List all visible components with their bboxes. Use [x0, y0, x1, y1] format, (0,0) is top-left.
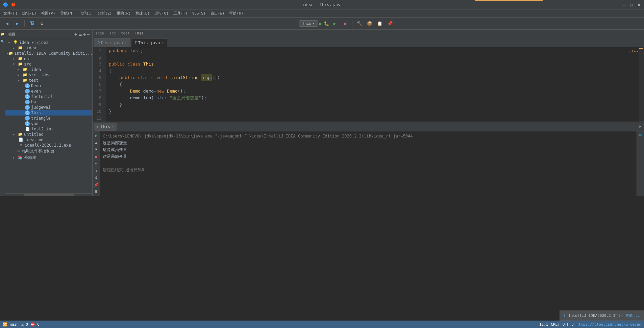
code-editor[interactable]: package test; public class This { — [106, 47, 644, 122]
console-output[interactable]: C:\Users\LENOVO\.jdks\openjdk-15\bin\jav… — [100, 131, 637, 196]
panel-settings-button[interactable]: ⚙ — [83, 32, 86, 37]
breadcrumb-this[interactable]: This — [135, 31, 144, 35]
breadcrumb-src[interactable]: src — [109, 31, 116, 35]
tree-item-src[interactable]: ▼ 📁 src — [5, 61, 92, 67]
activity-search[interactable]: 🔍 — [0, 39, 6, 45]
run-action-up[interactable]: ▲ — [93, 140, 99, 146]
tree-item-this[interactable]: C This — [5, 110, 92, 116]
editor-minimap[interactable] — [639, 47, 644, 122]
menu-build[interactable]: 构建(B) — [133, 10, 152, 17]
menu-code[interactable]: 代码(C) — [77, 10, 95, 17]
tree-item-src-idea2[interactable]: ▶ 📁 src..idea — [5, 72, 92, 78]
minimize-button[interactable]: — — [622, 2, 626, 7]
tab-bar: D Demo.java ✕ T This.java ✕ — [93, 37, 644, 47]
run-right-expand[interactable]: 📺 — [637, 131, 643, 137]
tree-label-this: This — [31, 110, 41, 115]
pin-button[interactable]: 📌 — [386, 19, 394, 28]
breadcrumb-idea[interactable]: idea — [95, 31, 104, 35]
scrollbar-thumb[interactable] — [24, 194, 74, 196]
panel-add-button[interactable]: ⊕ — [74, 32, 77, 37]
tree-item-hw[interactable]: C hw — [5, 99, 92, 105]
menu-file[interactable]: 文件(F) — [1, 10, 20, 17]
run-action-run[interactable]: ▶ — [93, 133, 99, 138]
editor-content[interactable]: 1 2 ▶3 4 ▶5 ◇6 7 8 9 10 11 — [93, 47, 644, 122]
folder-src-icon: 📁 — [18, 62, 23, 67]
panel-close-button[interactable]: — — [87, 32, 90, 37]
tree-item-root[interactable]: ▼ 💡 idea F:\idea — [5, 40, 92, 45]
menu-tools[interactable]: 工具(T) — [171, 10, 190, 17]
run-action-down[interactable]: ▼ — [93, 147, 99, 153]
debug-button[interactable]: 🐛 — [324, 21, 329, 26]
warning-up[interactable]: ∧ — [634, 49, 636, 53]
panel-layout-button[interactable]: ☰ — [78, 32, 82, 37]
status-encoding[interactable]: UTF-8 — [563, 322, 574, 327]
activity-project[interactable]: 📁 — [0, 31, 6, 37]
status-git[interactable]: 🔀 main — [3, 322, 19, 327]
status-link[interactable]: https://blog.csdn.net/u.uevan — [576, 322, 641, 327]
tree-item-extlib[interactable]: ▶ 📚 外部库 — [5, 154, 92, 161]
tree-item-out[interactable]: ▶ 📁 out — [5, 56, 92, 61]
run-action-rerun[interactable]: ↩ — [93, 161, 99, 167]
tree-item-temp[interactable]: 🖥 临时文件和控制台 — [5, 148, 92, 154]
menu-apple[interactable]: 🍎 — [10, 2, 17, 7]
tree-item-src-idea[interactable]: ▶ 📁 .idea — [5, 67, 92, 72]
tree-item-factorial[interactable]: C factorial — [5, 94, 92, 99]
menu-help[interactable]: 帮助(H) — [227, 10, 245, 17]
menu-navigate[interactable]: 导航(N) — [58, 10, 76, 17]
run-action-pin[interactable]: 📌 — [93, 182, 99, 187]
run-action-stop[interactable]: ◼ — [93, 154, 99, 159]
menu-window[interactable]: 窗口(W) — [208, 10, 227, 17]
tree-arrow-test: ▼ — [18, 79, 22, 82]
menu-edit[interactable]: 编辑(E) — [20, 10, 39, 17]
tree-item-triangle[interactable]: C triangle — [5, 116, 92, 121]
stop-button[interactable]: ◼ — [341, 19, 349, 28]
run-config-selector[interactable]: This ▾ — [299, 20, 318, 27]
tab-close-demo[interactable]: ✕ — [124, 41, 127, 45]
tree-item-demo[interactable]: C Demo — [5, 83, 92, 89]
notif-update-link[interactable]: 更新... — [625, 313, 640, 318]
run-action-print[interactable]: 🖨 — [93, 175, 99, 181]
nav-back-button[interactable]: ◀ — [3, 19, 11, 28]
tree-scrollbar[interactable] — [5, 193, 92, 196]
nav-forward-button[interactable]: ▶ — [13, 19, 22, 28]
toolbar-sep-3 — [352, 20, 352, 27]
project-structure-button[interactable]: 🏗 — [27, 19, 36, 28]
run-action-wrap[interactable]: ↕ — [93, 168, 99, 174]
tree-item-idealc[interactable]: ⚙ idealC-2020.2.2.exe — [5, 143, 92, 148]
tree-item-ideaiml[interactable]: 📄 idea.iml — [5, 137, 92, 143]
tab-demo[interactable]: D Demo.java ✕ — [94, 38, 130, 47]
tree-arrow-idea: ▶ — [13, 46, 18, 50]
breadcrumb-test[interactable]: test — [121, 31, 130, 35]
tree-item-untitled[interactable]: ▶ 📁 untitled — [5, 132, 92, 137]
tree-item-intellij[interactable]: ▶ 📁 IntelliJ IDEA Community Editi... — [5, 51, 92, 56]
build2-button[interactable]: 📦 — [365, 19, 374, 28]
tree-item-test[interactable]: ▼ 📁 test — [5, 78, 92, 83]
status-crlf[interactable]: CRLF — [551, 322, 560, 327]
coverage-button[interactable]: ▶ — [330, 19, 339, 28]
tree-item-even[interactable]: C even — [5, 89, 92, 94]
menu-run[interactable]: 运行(U) — [152, 10, 171, 17]
run-tab[interactable]: ▶ This ✕ — [94, 123, 117, 131]
menu-refactor[interactable]: 重构(R) — [115, 10, 133, 17]
build3-button[interactable]: 📋 — [375, 19, 384, 28]
run-action-clear[interactable]: 🗑 — [93, 189, 99, 195]
tree-item-idea-hidden[interactable]: ▶ 📁 .idea — [5, 45, 92, 51]
close-button[interactable]: ✕ — [637, 2, 641, 7]
run-settings-button[interactable]: ⚙ — [637, 124, 643, 130]
status-warnings[interactable]: ⚠ 0 ⛔ 0 — [21, 322, 40, 327]
run-tab-close[interactable]: ✕ — [112, 124, 114, 129]
paren-main: ( — [180, 74, 183, 81]
maximize-button[interactable]: ☐ — [629, 2, 634, 7]
tab-close-this[interactable]: ✕ — [162, 41, 164, 45]
menu-vcs[interactable]: VCS(S) — [190, 10, 208, 16]
build-button[interactable]: 🔨 — [355, 19, 364, 28]
run-button[interactable]: ▶ — [319, 21, 322, 27]
tree-item-judgewei[interactable]: C judgewei — [5, 105, 92, 110]
tree-item-yun[interactable]: C yun — [5, 121, 92, 126]
tree-item-test2iml[interactable]: 📄 test2.iml — [5, 126, 92, 132]
menu-analyze[interactable]: 分析(Z) — [96, 10, 114, 17]
menu-view[interactable]: 视图(V) — [39, 10, 57, 17]
settings-button[interactable]: ⚙ — [38, 19, 46, 28]
tab-this[interactable]: T This.java ✕ — [131, 38, 168, 47]
toolbar-sep-1 — [24, 20, 25, 27]
